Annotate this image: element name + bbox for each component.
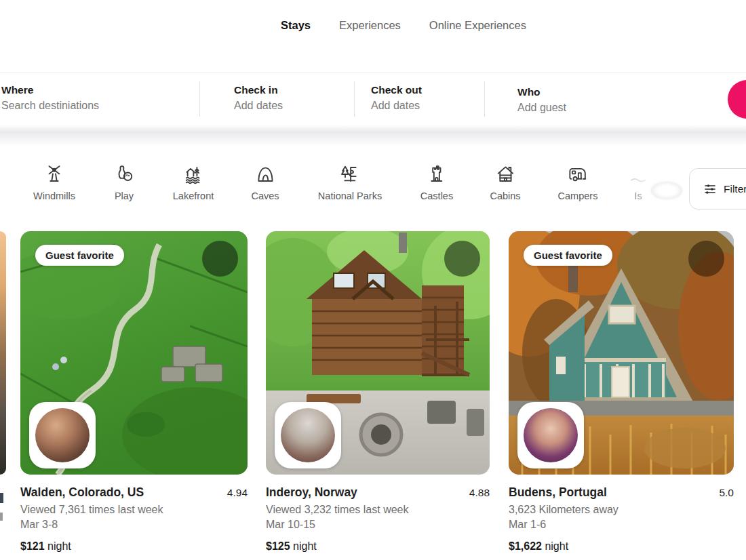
- category-windmills[interactable]: Windmills: [33, 164, 75, 201]
- listing-views: Viewed 3,232 times last week: [266, 504, 490, 516]
- castle-icon: [427, 164, 447, 184]
- listing-title: Inderoy, Norway: [266, 485, 357, 500]
- listing-card-inderoy[interactable]: Inderoy, Norway 4.88 Viewed 3,232 times …: [266, 231, 490, 553]
- divider: [354, 81, 355, 117]
- host-photo: [524, 408, 578, 462]
- cave-icon: [255, 164, 275, 184]
- search-checkin-field[interactable]: Check in Add dates: [234, 84, 283, 112]
- who-label: Who: [517, 86, 566, 98]
- listing-distance: 3,623 Kilometers away: [509, 504, 734, 516]
- listing-price: $1,622: [509, 540, 542, 552]
- partial-listing-card[interactable]: [0, 231, 6, 475]
- divider: [199, 81, 200, 117]
- listing-price-row: $121 night: [20, 540, 248, 553]
- category-campers[interactable]: Campers: [558, 164, 598, 201]
- category-islands-partial[interactable]: Is: [628, 164, 648, 201]
- category-label: Caves: [251, 191, 279, 201]
- host-avatar[interactable]: [517, 402, 584, 468]
- where-label: Where: [1, 84, 99, 96]
- wishlist-heart-button[interactable]: [202, 241, 238, 277]
- category-cabins[interactable]: Cabins: [490, 164, 520, 201]
- listing-rating: 4.88: [469, 487, 490, 499]
- cabin-icon: [495, 164, 515, 184]
- category-bar: Windmills Play Lakefront Caves: [0, 161, 746, 214]
- windmill-icon: [44, 164, 64, 184]
- tab-online-experiences[interactable]: Online Experiences: [429, 19, 526, 32]
- listing-price: $125: [266, 540, 290, 552]
- islands-icon: [628, 164, 648, 184]
- category-label: Campers: [558, 191, 598, 201]
- scroll-right-button[interactable]: [651, 182, 682, 199]
- wishlist-heart-button[interactable]: [688, 241, 724, 277]
- category-label: Is: [634, 191, 642, 201]
- listing-photo: [266, 231, 490, 475]
- category-play[interactable]: Play: [114, 164, 134, 201]
- category-label: Play: [115, 191, 134, 201]
- listing-info: Walden, Colorado, US 4.94 Viewed 7,361 t…: [20, 475, 248, 553]
- listing-price-unit: night: [545, 540, 568, 552]
- sliders-icon: [703, 182, 717, 196]
- top-nav: Stays Experiences Online Experiences: [281, 19, 526, 32]
- who-placeholder: Add guest: [517, 102, 566, 114]
- listing-price: $121: [20, 540, 45, 552]
- listing-photo: Guest favorite: [20, 231, 248, 475]
- category-label: Windmills: [33, 191, 75, 201]
- listing-rating: 5.0: [719, 487, 734, 499]
- wishlist-heart-button[interactable]: [444, 241, 480, 277]
- tab-experiences[interactable]: Experiences: [339, 19, 401, 32]
- category-label: National Parks: [318, 191, 382, 201]
- listing-dates: Mar 1-6: [509, 519, 734, 531]
- where-placeholder: Search destiniations: [1, 100, 99, 112]
- search-submit-button[interactable]: [728, 80, 746, 119]
- bowling-icon: [114, 164, 134, 184]
- host-photo: [35, 408, 90, 462]
- search-bar: Where Search destiniations Check in Add …: [0, 73, 746, 126]
- listing-title: Walden, Colorado, US: [20, 485, 144, 500]
- category-national-parks[interactable]: National Parks: [318, 164, 382, 201]
- listing-price-unit: night: [293, 540, 317, 552]
- category-castles[interactable]: Castles: [420, 164, 453, 201]
- category-label: Lakefront: [173, 191, 214, 201]
- listing-card-budens[interactable]: Guest favorite Budens, Portugal 5.0 3,62…: [509, 231, 734, 553]
- listing-info: Inderoy, Norway 4.88 Viewed 3,232 times …: [266, 475, 490, 553]
- tab-stays[interactable]: Stays: [281, 19, 311, 32]
- listing-views: Viewed 7,361 times last week: [20, 504, 248, 516]
- listing-price-unit: night: [47, 540, 71, 552]
- checkout-placeholder: Add dates: [371, 100, 422, 112]
- partial-listing-text: [0, 513, 3, 521]
- host-avatar[interactable]: [29, 402, 96, 468]
- lakefront-house-icon: [183, 164, 203, 184]
- listing-price-row: $1,622 night: [509, 540, 734, 553]
- host-avatar[interactable]: [275, 402, 341, 468]
- divider: [484, 81, 485, 117]
- category-lakefront[interactable]: Lakefront: [173, 164, 214, 201]
- search-checkout-field[interactable]: Check out Add dates: [371, 84, 422, 112]
- listing-rating: 4.94: [227, 487, 248, 499]
- partial-listing-text: [0, 493, 3, 503]
- listing-info: Budens, Portugal 5.0 3,623 Kilometers aw…: [509, 475, 734, 553]
- listing-dates: Mar 3-8: [20, 519, 248, 531]
- page: Stays Experiences Online Experiences Whe…: [0, 0, 746, 560]
- listing-card-walden[interactable]: Guest favorite Walden, Colorado, US 4.94…: [20, 231, 248, 553]
- listing-photo: Guest favorite: [509, 231, 734, 475]
- listing-price-row: $125 night: [266, 540, 490, 553]
- guest-favorite-badge: Guest favorite: [35, 245, 124, 266]
- category-label: Cabins: [490, 191, 520, 201]
- category-caves[interactable]: Caves: [251, 164, 279, 201]
- search-who-field[interactable]: Who Add guest: [517, 86, 566, 114]
- checkout-label: Check out: [371, 84, 422, 96]
- listing-title: Budens, Portugal: [509, 485, 607, 500]
- host-photo: [281, 408, 335, 462]
- camper-icon: [568, 164, 588, 184]
- national-park-icon: [340, 164, 360, 184]
- header-shadow: [0, 125, 746, 146]
- guest-favorite-badge: Guest favorite: [524, 245, 612, 266]
- filters-button[interactable]: Filters: [689, 168, 746, 209]
- checkin-placeholder: Add dates: [234, 100, 283, 112]
- listing-dates: Mar 10-15: [266, 519, 490, 531]
- category-label: Castles: [420, 191, 453, 201]
- search-where-field[interactable]: Where Search destiniations: [1, 84, 99, 112]
- checkin-label: Check in: [234, 84, 283, 96]
- filters-label: Filters: [724, 183, 746, 195]
